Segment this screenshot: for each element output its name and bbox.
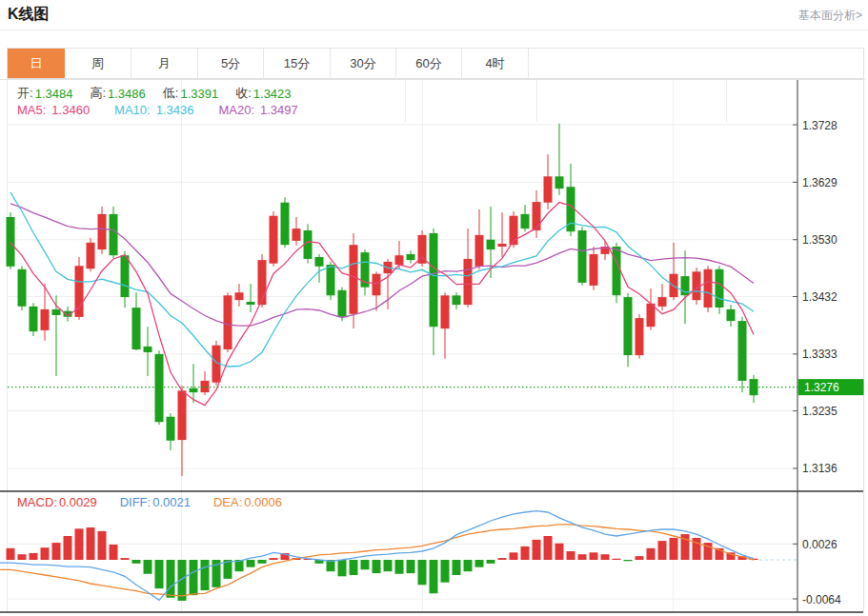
chart-grid (0, 48, 865, 612)
open-value: 1.3484 (35, 87, 73, 101)
macd-bar (144, 560, 152, 574)
macd-bar (155, 560, 164, 588)
page-title: K线图 (8, 5, 50, 25)
price-tick-label: 1.3530 (802, 233, 838, 247)
macd-bar (521, 546, 530, 560)
price-tick-label: 1.3432 (802, 290, 838, 304)
macd-bar (533, 540, 541, 560)
macd-bar (87, 527, 95, 560)
candle-body (738, 321, 747, 381)
macd-bar (30, 553, 38, 560)
current-price-label: 1.3276 (804, 381, 839, 394)
ma10-label: MA10: (114, 103, 151, 117)
macd-bar (110, 545, 118, 560)
candle-body (315, 257, 324, 267)
candle-body (7, 217, 15, 267)
macd-bar (384, 560, 393, 571)
macd-value: 0.0029 (59, 495, 97, 509)
ma20-value: 1.3497 (260, 103, 298, 117)
candle-body (544, 176, 553, 202)
candle-body (521, 214, 530, 229)
candle-body (498, 244, 507, 247)
close-label: 收: (235, 85, 252, 102)
macd-bar (64, 536, 72, 560)
kline-widget: 1.37281.36291.35301.34321.33331.32351.31… (0, 0, 868, 616)
candle-body (144, 347, 152, 352)
tab-5min[interactable]: 5分 (198, 49, 264, 78)
macd-bar (453, 560, 461, 575)
tab-week[interactable]: 周 (65, 49, 131, 78)
low-value: 1.3391 (180, 87, 218, 101)
macd-bar (487, 560, 495, 564)
price-tick-label: 1.3235 (802, 405, 838, 418)
macd-bar (498, 558, 507, 560)
macd-bar (464, 560, 473, 571)
candle-body (636, 318, 644, 355)
price-tick-label: 1.3333 (802, 348, 838, 361)
candle-body (590, 254, 598, 286)
fundamental-analysis-link[interactable]: 基本面分析> (798, 8, 862, 24)
candle-body (190, 388, 198, 392)
ma20-label: MA20: (218, 103, 254, 117)
tab-60min[interactable]: 60分 (396, 49, 462, 78)
macd-label: MACD: (17, 495, 57, 509)
macd-bar (475, 560, 484, 567)
macd-bar (555, 544, 564, 560)
candle-body (235, 292, 244, 300)
candle-body (270, 216, 278, 264)
low-label: 低: (163, 85, 179, 102)
macd-bar (510, 552, 518, 560)
ma5-label: MA5: (17, 103, 46, 117)
macd-bar (418, 560, 427, 585)
candle-body (121, 255, 130, 297)
candle-body (224, 295, 232, 349)
candle-body (624, 297, 633, 355)
candle-body (750, 379, 758, 395)
macd-bar: MACD: 0.0029 DIFF: 0.0021 DEA: 0.0006 (17, 495, 284, 509)
candle-body (373, 274, 381, 296)
high-value: 1.3486 (108, 87, 146, 101)
candle-body (533, 202, 541, 230)
candle-body (327, 265, 335, 295)
tab-15min[interactable]: 15分 (264, 49, 331, 78)
candle-body (727, 309, 736, 321)
ma10-value: 1.3436 (156, 103, 194, 117)
tab-day[interactable]: 日 (8, 49, 65, 78)
macd-bar (338, 560, 347, 576)
dea-value: 0.0006 (244, 495, 282, 509)
macd-tick-label: -0.0064 (802, 593, 841, 606)
diff-label: DIFF: (120, 495, 151, 509)
macd-bar (361, 560, 370, 569)
macd-bar (670, 538, 678, 560)
macd-bar (247, 560, 255, 567)
candle-body (704, 269, 713, 308)
macd-bar (270, 558, 278, 560)
tab-month[interactable]: 月 (131, 49, 198, 78)
ma-lines (10, 192, 754, 405)
candle-body (578, 230, 587, 283)
macd-bar (167, 560, 175, 598)
candle-body (110, 214, 118, 255)
macd-bar (407, 560, 415, 573)
candle-body (658, 297, 667, 307)
candle-body (247, 302, 255, 305)
candle-body (613, 247, 621, 295)
price-tick-label: 1.3728 (802, 119, 838, 132)
price-tick-label: 1.3629 (802, 176, 838, 189)
macd-bar (578, 554, 587, 560)
macd-bar (132, 560, 141, 564)
period-tabbar: 日周月5分15分30分60分4时 (7, 48, 864, 79)
macd-bar (647, 548, 656, 560)
candle-body (201, 381, 210, 392)
candle-body (441, 295, 450, 328)
candle-body (453, 295, 461, 305)
close-value: 1.3423 (253, 87, 292, 101)
macd-bar (75, 528, 84, 560)
macd-bar (430, 560, 438, 593)
tab-30min[interactable]: 30分 (331, 49, 396, 78)
candle-body (155, 354, 164, 422)
macd-bar (395, 560, 404, 574)
macd-bar (658, 541, 667, 560)
tab-4hour[interactable]: 4时 (462, 49, 529, 78)
macd-bar (590, 552, 598, 560)
